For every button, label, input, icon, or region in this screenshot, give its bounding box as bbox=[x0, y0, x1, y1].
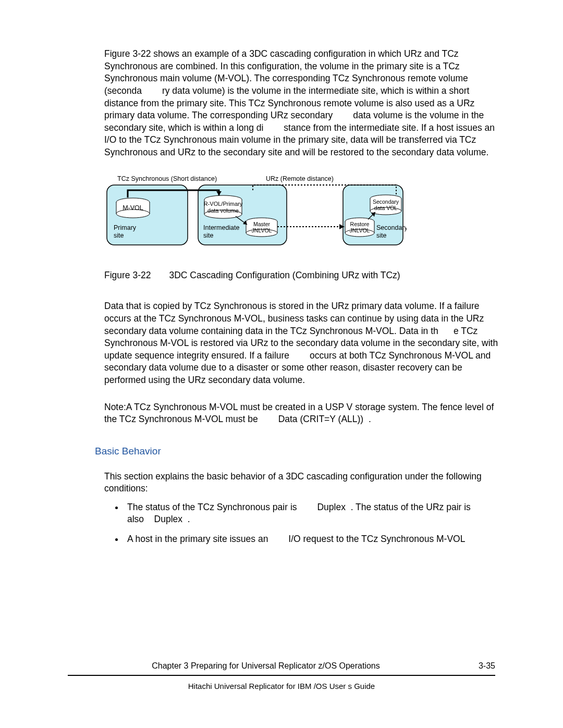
svg-text:data volume: data volume bbox=[207, 207, 239, 214]
footer-guide-title: Hitachi Universal Replicator for IBM /OS… bbox=[68, 676, 495, 692]
document-page: Figure 3-22 shows an example of a 3DC ca… bbox=[0, 0, 563, 728]
svg-text:Secondary: Secondary bbox=[373, 199, 399, 205]
svg-text:site: site bbox=[376, 232, 387, 239]
svg-text:Primary: Primary bbox=[114, 224, 137, 231]
note-paragraph: Note:A TCz Synchronous M-VOL must be cre… bbox=[104, 401, 500, 426]
figure-caption: Figure 3-22 3DC Cascading Configuration … bbox=[104, 269, 500, 282]
svg-text:Restore: Restore bbox=[350, 221, 370, 227]
svg-text:site: site bbox=[203, 232, 214, 239]
svg-text:Intermediate: Intermediate bbox=[203, 224, 240, 231]
list-item: A host in the primary site issues an I/O… bbox=[124, 533, 500, 546]
footer-chapter: Chapter 3 Preparing for Universal Replic… bbox=[68, 660, 464, 672]
footer-page-number: 3-35 bbox=[464, 660, 495, 672]
svg-text:Master: Master bbox=[253, 221, 271, 227]
intro-paragraph: Figure 3-22 shows an example of a 3DC ca… bbox=[104, 48, 500, 159]
urz-label: URz (Remote distance) bbox=[266, 175, 334, 182]
svg-text:data VOL: data VOL bbox=[374, 205, 398, 211]
conditions-intro: This section explains the basic behavior… bbox=[104, 471, 500, 495]
figure-3-22-diagram: TCz Synchronous (Short distance) URz (Re… bbox=[104, 174, 500, 262]
svg-text:Secondary: Secondary bbox=[376, 224, 407, 231]
svg-text:JNLVOL: JNLVOL bbox=[252, 227, 272, 233]
conditions-list: The status of the TCz Synchronous pair i… bbox=[104, 501, 500, 546]
basic-behavior-heading: Basic Behavior bbox=[95, 445, 500, 458]
mvol-label: M-VOL bbox=[123, 204, 143, 212]
svg-text:R-VOL/Primary: R-VOL/Primary bbox=[204, 201, 243, 207]
svg-text:JNLVOL: JNLVOL bbox=[350, 227, 370, 233]
list-item: The status of the TCz Synchronous pair i… bbox=[124, 501, 500, 526]
tcz-label: TCz Synchronous (Short distance) bbox=[117, 175, 217, 182]
svg-text:site: site bbox=[114, 232, 124, 239]
page-footer: Chapter 3 Preparing for Universal Replic… bbox=[0, 660, 563, 692]
data-copy-paragraph: Data that is copied by TCz Synchronous i… bbox=[104, 300, 500, 386]
